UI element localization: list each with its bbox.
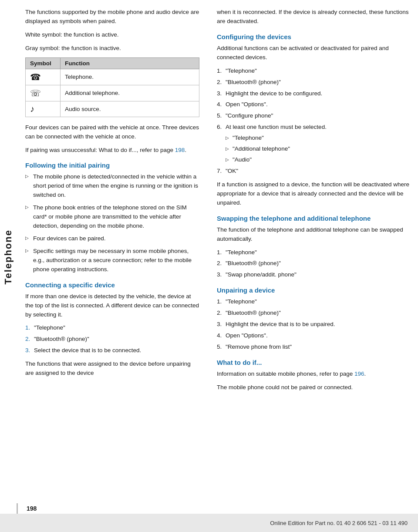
intro-p1: The functions supported by the mobile ph… xyxy=(25,8,199,26)
connecting-steps: 1. "Telephone" 2. "Bluetooth® (phone)" 3… xyxy=(25,323,199,355)
sidebar-label: Telephone xyxy=(3,229,14,284)
function-cell-2: Additional telephone. xyxy=(61,85,199,101)
step-text: "Telephone" xyxy=(226,67,257,74)
list-item: 1. "Telephone" xyxy=(217,67,409,76)
connecting-p2: The functions that were assigned to the … xyxy=(25,360,199,378)
step-text: "Bluetooth® (phone)" xyxy=(34,336,89,342)
step-num: 2. xyxy=(217,78,222,87)
swapping-p1: The function of the telephone and additi… xyxy=(217,226,409,244)
list-item: 1. "Telephone" xyxy=(25,323,199,333)
configuring-p2: If a function is assigned to a device, t… xyxy=(217,180,409,208)
step-num: 4. xyxy=(217,100,222,109)
intro-p3: Gray symbol: the function is inactive. xyxy=(25,44,199,53)
whatif-p1-after: . xyxy=(364,370,366,377)
step-num: 3. xyxy=(217,320,222,329)
function-cell-1: Telephone. xyxy=(61,69,199,85)
step-num: 4. xyxy=(217,331,222,340)
step-num: 3. xyxy=(25,346,30,355)
list-item: 2. "Bluetooth® (phone)" xyxy=(25,335,199,344)
page-link-196[interactable]: 196 xyxy=(354,370,364,377)
unpairing-steps: 1. "Telephone" 2. "Bluetooth® (phone)" 3… xyxy=(217,297,409,352)
step-num: 1. xyxy=(217,248,222,257)
list-item: The phone book entries of the telephone … xyxy=(25,203,199,231)
function-cell-3: Audio source. xyxy=(61,101,199,117)
symbol-table: Symbol Function ☎ Telephone. ☏ Additiona… xyxy=(25,57,199,117)
list-item: 2. "Bluetooth® (phone)" xyxy=(217,78,409,87)
sub-bullet-item: "Additional telephone" xyxy=(226,145,409,154)
list-item: 2. "Bluetooth® (phone)" xyxy=(217,259,409,268)
step-num: 5. xyxy=(217,111,222,121)
list-item: 3. Highlight the device that is to be un… xyxy=(217,320,409,329)
following-heading: Following the initial pairing xyxy=(25,162,199,169)
list-item: 4. Open "Options". xyxy=(217,100,409,109)
step-text: Open "Options". xyxy=(226,101,268,108)
swapping-steps: 1. "Telephone" 2. "Bluetooth® (phone)" 3… xyxy=(217,248,409,280)
main-content: The functions supported by the mobile ph… xyxy=(17,0,418,423)
step-text: At least one function must be selected. xyxy=(226,124,327,130)
step-num: 7. xyxy=(217,167,222,176)
right-column: when it is reconnected. If the device is… xyxy=(212,8,409,397)
unpairing-heading: Unpairing a device xyxy=(217,286,409,294)
configuring-p1: Additional functions can be activated or… xyxy=(217,44,409,62)
step-num: 1. xyxy=(217,67,222,76)
step-text: Highlight the device to be configured. xyxy=(226,90,322,97)
sub-bullet-list: "Telephone" "Additional telephone" "Audi… xyxy=(226,134,409,165)
swapping-heading: Swapping the telephone and additional te… xyxy=(217,215,409,222)
list-item: 2. "Bluetooth® (phone)" xyxy=(217,309,409,318)
step-text: "Swap phone/addit. phone" xyxy=(226,271,297,278)
table-row: ♪ Audio source. xyxy=(26,101,199,117)
step-num: 5. xyxy=(217,343,222,352)
list-item: 5. "Configure phone" xyxy=(217,111,409,121)
step-text: "Bluetooth® (phone)" xyxy=(226,79,281,85)
whatif-p1-before: Information on suitable mobile phones, r… xyxy=(217,370,354,377)
list-item: 3. Select the device that is to be conne… xyxy=(25,346,199,355)
list-item: 4. Open "Options". xyxy=(217,331,409,340)
footer-text: Online Edition for Part no. 01 40 2 606 … xyxy=(270,520,408,526)
step-text: "OK" xyxy=(226,168,238,174)
list-item: Specific settings may be necessary in so… xyxy=(25,247,199,274)
step-text: "Bluetooth® (phone)" xyxy=(226,310,281,316)
sub-bullet-item: "Telephone" xyxy=(226,134,409,143)
intro-p2: White symbol: the function is active. xyxy=(25,30,199,40)
pairing-para2-after: . xyxy=(185,147,186,153)
step-text: Select the device that is to be connecte… xyxy=(34,347,141,354)
step-text: Open "Options". xyxy=(226,332,268,339)
sub-bullet-item: "Audio" xyxy=(226,155,409,165)
step-num: 6. xyxy=(217,123,222,132)
list-item: 3. Highlight the device to be configured… xyxy=(217,89,409,98)
step-text: "Configure phone" xyxy=(226,112,273,119)
pairing-para2-before: If pairing was unsuccessful: What to do … xyxy=(25,147,175,153)
list-item: Four devices can be paired. xyxy=(25,234,199,243)
connecting-p1: If more than one device is detected by t… xyxy=(25,292,199,320)
table-header-symbol: Symbol xyxy=(26,57,61,69)
symbol-cell-3: ♪ xyxy=(26,101,61,117)
list-item: 3. "Swap phone/addit. phone" xyxy=(217,270,409,279)
step-num: 2. xyxy=(217,309,222,318)
step-text: "Telephone" xyxy=(226,249,257,256)
whatif-p2: The mobile phone could not be paired or … xyxy=(217,383,409,392)
page-number-area: 198 xyxy=(17,503,37,514)
page-number: 198 xyxy=(27,505,37,512)
list-item: 7. "OK" xyxy=(217,167,409,176)
step-num: 2. xyxy=(25,335,30,344)
step-text: "Bluetooth® (phone)" xyxy=(226,260,281,266)
step-num: 3. xyxy=(217,270,222,279)
table-header-function: Function xyxy=(61,57,199,69)
list-item: 5. "Remove phone from list" xyxy=(217,343,409,352)
list-item: 1. "Telephone" xyxy=(217,297,409,306)
sidebar: Telephone xyxy=(0,0,17,514)
whatif-p1: Information on suitable mobile phones, r… xyxy=(217,370,409,379)
configuring-heading: Configuring the devices xyxy=(217,33,409,40)
step-num: 3. xyxy=(217,89,222,98)
step-text: "Telephone" xyxy=(34,324,65,331)
footer: Online Edition for Part no. 01 40 2 606 … xyxy=(0,514,418,532)
step-text: "Remove phone from list" xyxy=(226,343,292,350)
pairing-para2: If pairing was unsuccessful: What to do … xyxy=(25,146,199,155)
page-link-198[interactable]: 198 xyxy=(175,147,185,153)
list-item: 1. "Telephone" xyxy=(217,248,409,257)
step-text: "Telephone" xyxy=(226,298,257,305)
when-reconnected: when it is reconnected. If the device is… xyxy=(217,8,409,26)
step-text: Highlight the device that is to be unpai… xyxy=(226,321,335,327)
following-bullet-list: The mobile phone is detected/connected i… xyxy=(25,172,199,274)
step-num: 1. xyxy=(25,323,30,333)
